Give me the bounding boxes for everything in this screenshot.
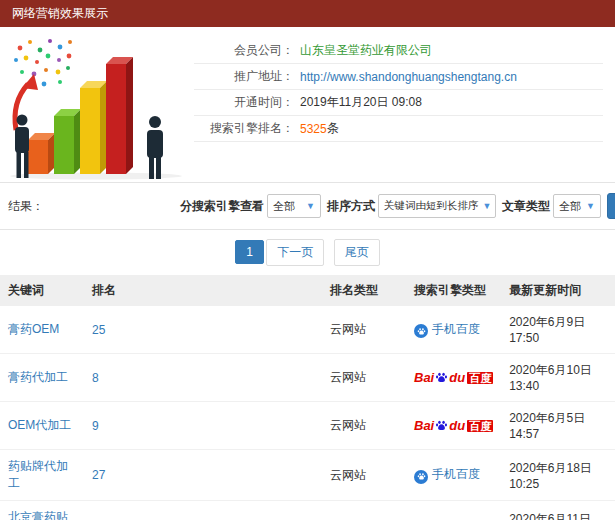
table-row: 膏药OEM25云网站手机百度2020年6月9日 17:50 [0,306,615,354]
keyword-cell: 膏药代加工 [0,354,84,402]
rank-value[interactable]: 25 [92,323,105,337]
rank-type-cell: 云网站 [322,450,406,501]
sort-filter-label: 排序方式 [327,198,375,215]
engine-select[interactable]: 全部 ▼ [267,194,321,218]
updated-cell: 2020年6月9日 17:50 [501,306,615,354]
column-header: 关键词 [0,275,84,306]
info-suffix: 条 [327,120,339,137]
keyword-cell: 北京膏药贴牌 [0,501,84,520]
result-label: 结果： [8,198,180,215]
article-type-value: 全部 [559,199,581,214]
baidu-cn-label: 百度 [467,372,493,384]
column-header: 排名 [84,275,322,306]
baidu-text-suffix: du [449,370,465,385]
updated-cell: 2020年6月5日 14:57 [501,402,615,450]
page-last-button[interactable]: 尾页 [334,239,380,266]
chevron-down-icon: ▼ [306,201,315,211]
engine-cell: 手机百度 [406,306,501,354]
baidu-text-suffix: du [449,418,465,433]
page-title: 网络营销效果展示 [12,6,108,20]
baidu-text-prefix: Bai [414,370,434,385]
keyword-cell: 药贴牌代加工 [0,450,84,501]
rank-cell: 25 [84,306,322,354]
marketing-report-page: 网络营销效果展示 [0,0,615,520]
baidu-cn-label: 百度 [467,420,493,432]
sort-select-value: 关键词由短到长排序 [384,199,479,213]
mobile-baidu-icon [414,324,428,338]
info-label: 会员公司： [194,42,294,59]
keyword-cell: OEM代加工 [0,402,84,450]
keyword-link[interactable]: OEM代加工 [8,418,71,432]
rank-type-cell: 云网站 [322,501,406,520]
mobile-baidu-icon [414,470,428,484]
page-current[interactable]: 1 [235,240,264,264]
engine-cell: Baidu百度 [406,402,501,450]
column-header: 搜索引擎类型 [406,275,501,306]
info-label: 开通时间： [194,94,294,111]
engine-select-value: 全部 [273,199,295,214]
info-label: 搜索引擎排名： [194,120,294,137]
updated-cell: 2020年6月18日 10:25 [501,450,615,501]
info-value: 2019年11月20日 09:08 [300,94,422,111]
table-row: 膏药代加工8云网站Baidu百度2020年6月10日 13:40 [0,354,615,402]
bar-chart-graphic [4,32,186,180]
info-label: 推广地址： [194,68,294,85]
rank-cell: 8 [84,354,322,402]
filter-bar: 结果： 分搜索引擎查看 全部 ▼ 排序方式 关键词由短到长排序 ▼ 文章类型 全… [0,182,615,230]
info-row: 开通时间：2019年11月20日 09:08 [194,90,603,116]
bars [28,57,133,174]
engine-filter-label: 分搜索引擎查看 [180,198,264,215]
rank-value[interactable]: 8 [92,371,99,385]
businessman-right [147,116,163,179]
rank-type-cell: 云网站 [322,402,406,450]
keyword-link[interactable]: 膏药代加工 [8,370,68,384]
engine-label: 手机百度 [432,467,480,481]
rank-value[interactable]: 27 [92,468,105,482]
column-header: 最新更新时间 [501,275,615,306]
table-row: 北京膏药贴牌1云网站Baidu百度2020年6月11日 11:18 [0,501,615,520]
info-row: 会员公司：山东皇圣堂药业有限公司 [194,38,603,64]
company-info: 会员公司：山东皇圣堂药业有限公司推广地址：http://www.shandong… [194,32,603,182]
rank-cell: 27 [84,450,322,501]
info-value: 山东皇圣堂药业有限公司 [300,42,432,59]
page-next-button[interactable]: 下一页 [266,239,324,266]
rank-type-cell: 云网站 [322,354,406,402]
keyword-link[interactable]: 北京膏药贴牌 [8,510,68,520]
article-type-select[interactable]: 全部 ▼ [553,194,601,218]
title-bar: 网络营销效果展示 [0,0,615,27]
table-row: 药贴牌代加工27云网站手机百度2020年6月18日 10:25 [0,450,615,501]
baidu-logo: Baidu百度 [414,370,493,385]
engine-cell: 手机百度 [406,450,501,501]
table-row: OEM代加工9云网站Baidu百度2020年6月5日 14:57 [0,402,615,450]
sort-select[interactable]: 关键词由短到长排序 ▼ [378,194,496,218]
keyword-cell: 膏药OEM [0,306,84,354]
confetti-dots [14,39,72,86]
info-value: 5325 [300,122,327,136]
baidu-text-prefix: Bai [414,418,434,433]
updated-cell: 2020年6月10日 13:40 [501,354,615,402]
submit-button[interactable]: 提交 [607,193,615,219]
updated-cell: 2020年6月11日 11:18 [501,501,615,520]
table-header-row: 关键词排名排名类型搜索引擎类型最新更新时间 [0,275,615,306]
rank-type-cell: 云网站 [322,306,406,354]
info-row: 搜索引擎排名：5325条 [194,116,603,142]
baidu-logo: Baidu百度 [414,418,493,433]
engine-label: 手机百度 [432,322,480,336]
article-type-label: 文章类型 [502,198,550,215]
chevron-down-icon: ▼ [483,201,492,211]
rank-cell: 1 [84,501,322,520]
keyword-link[interactable]: 药贴牌代加工 [8,459,68,490]
info-section: 会员公司：山东皇圣堂药业有限公司推广地址：http://www.shandong… [0,27,615,182]
chevron-down-icon: ▼ [586,201,595,211]
growth-chart-illustration [4,32,186,180]
rank-cell: 9 [84,402,322,450]
info-value[interactable]: http://www.shandonghuangshengtang.cn [300,70,517,84]
column-header: 排名类型 [322,275,406,306]
info-row: 推广地址：http://www.shandonghuangshengtang.c… [194,64,603,90]
keyword-link[interactable]: 膏药OEM [8,322,59,336]
results-table: 关键词排名排名类型搜索引擎类型最新更新时间 膏药OEM25云网站手机百度2020… [0,275,615,520]
rank-value[interactable]: 9 [92,419,99,433]
engine-cell: Baidu百度 [406,501,501,520]
pagination: 1 下一页 尾页 [0,239,615,266]
engine-cell: Baidu百度 [406,354,501,402]
